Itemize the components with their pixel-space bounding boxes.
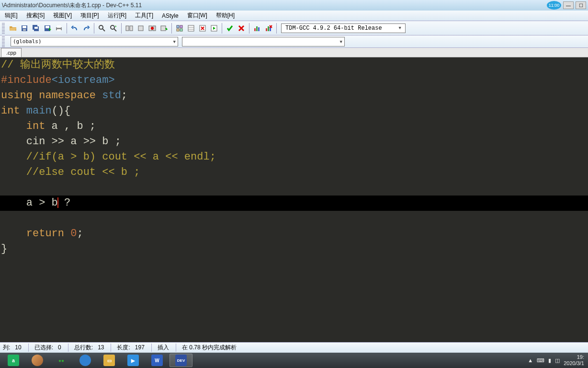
task-media[interactable]: ▶	[122, 354, 145, 367]
compile-run-button[interactable]	[147, 23, 158, 34]
menu-tools[interactable]: 工具[T]	[131, 11, 157, 21]
svg-point-13	[111, 25, 114, 29]
svg-rect-22	[177, 25, 179, 28]
task-browser[interactable]	[74, 354, 97, 367]
scope-selected-text: (globals)	[13, 38, 42, 45]
menubar: 辑[E] 搜索[S] 视图[V] 项目[P] 运行[R] 工具[T] AStyl…	[0, 11, 588, 21]
save-button[interactable]	[19, 23, 30, 34]
svg-line-12	[102, 29, 105, 31]
status-len-label: 长度:	[117, 344, 130, 351]
windows-taskbar: a ●● ▭ ▶ W DEV ▲ ⌨ ▮ ◫ 19: 2020/3/1	[0, 353, 588, 368]
replace-button[interactable]	[108, 23, 119, 34]
code-text: ?	[58, 197, 70, 209]
svg-rect-21	[161, 26, 166, 31]
chevron-down-icon: ▼	[173, 39, 176, 44]
code-kw: namespace	[39, 90, 96, 102]
close-issue-button[interactable]	[236, 23, 247, 34]
code-comment: // 输出两数中较大的数	[1, 59, 115, 71]
tray-up-icon[interactable]: ▲	[528, 357, 533, 363]
task-explorer[interactable]: ▭	[98, 354, 121, 367]
svg-rect-32	[256, 26, 258, 31]
maximize-button[interactable]: ☐	[576, 1, 586, 9]
undo-button[interactable]	[69, 23, 80, 34]
task-app-1[interactable]: a	[2, 354, 25, 367]
status-mode: 插入	[158, 344, 169, 351]
run-button[interactable]	[136, 23, 146, 34]
minimize-button[interactable]: —	[563, 1, 574, 9]
menu-run[interactable]: 运行[R]	[104, 11, 130, 21]
open-button[interactable]	[8, 23, 18, 34]
status-col-label: 列:	[3, 344, 10, 351]
svg-rect-24	[177, 29, 179, 31]
check-syntax-button[interactable]	[225, 23, 235, 34]
battery-icon[interactable]: ▮	[548, 357, 551, 364]
tray-time-text: 19:	[564, 354, 584, 360]
keyboard-icon[interactable]: ⌨	[537, 357, 544, 364]
tab-label: .cpp	[6, 50, 16, 56]
code-kw: return	[26, 228, 64, 240]
chevron-down-icon: ▼	[399, 26, 401, 31]
statusbar: 列: 10 已选择: 0 总行数: 13 长度: 197 插入 在 0.78 秒…	[0, 342, 588, 353]
status-parse: 在 0.78 秒内完成解析	[182, 344, 237, 351]
redo-button[interactable]	[81, 23, 91, 34]
save-as-button[interactable]	[42, 23, 53, 34]
menu-help[interactable]: 帮助[H]	[212, 11, 238, 21]
svg-rect-35	[268, 26, 269, 31]
svg-rect-15	[126, 26, 129, 31]
code-type: int	[26, 120, 45, 132]
debug-button[interactable]	[174, 23, 185, 34]
svg-rect-2	[23, 29, 26, 31]
compiler-select[interactable]: TDM-GCC 4.9.2 64-bit Release ▼	[281, 23, 406, 33]
menu-edit[interactable]: 辑[E]	[1, 11, 22, 21]
titlebar: \Administrator\Documents\未命名1.cpp - Dev-…	[0, 0, 588, 11]
tray-clock[interactable]: 19: 2020/3/1	[564, 354, 584, 367]
status-col-value: 10	[15, 344, 21, 351]
menu-astyle[interactable]: AStyle	[158, 12, 182, 20]
delete-profile-button[interactable]	[197, 23, 208, 34]
find-button[interactable]	[97, 23, 107, 34]
rebuild-button[interactable]	[158, 23, 169, 34]
text-cursor	[57, 197, 58, 208]
task-wps[interactable]: W	[146, 354, 169, 367]
toolbar-grip[interactable]	[2, 23, 5, 34]
profile-button[interactable]	[186, 23, 196, 34]
status-sel-label: 已选择:	[34, 344, 53, 351]
chart-button[interactable]	[252, 23, 262, 34]
toolbar-main: TDM-GCC 4.9.2 64-bit Release ▼	[0, 21, 588, 35]
chart-delete-button[interactable]	[263, 23, 274, 34]
code-text: }	[1, 243, 7, 255]
toolbar-grip-2[interactable]	[2, 36, 5, 47]
code-active-line: a > b ?	[0, 196, 588, 211]
status-len-value: 197	[135, 344, 145, 351]
svg-rect-34	[266, 28, 267, 31]
task-wechat[interactable]: ●●	[50, 354, 73, 367]
network-icon[interactable]: ◫	[555, 357, 560, 364]
code-kw: using	[1, 90, 33, 102]
scope-select[interactable]: (globals) ▼	[11, 37, 178, 46]
svg-point-11	[99, 25, 103, 29]
status-lines-value: 13	[98, 344, 104, 351]
menu-search[interactable]: 搜索[S]	[23, 11, 49, 21]
svg-rect-23	[180, 25, 182, 28]
menu-window[interactable]: 窗口[W]	[183, 11, 211, 21]
goto-button[interactable]	[209, 23, 219, 34]
member-select[interactable]: ▼	[182, 37, 345, 46]
menu-view[interactable]: 视图[V]	[49, 11, 76, 21]
print-button[interactable]	[54, 23, 64, 34]
toolbar-scope: (globals) ▼ ▼	[0, 35, 588, 48]
save-all-button[interactable]	[31, 23, 41, 34]
svg-rect-7	[45, 26, 49, 28]
tab-file-active[interactable]: .cpp	[1, 48, 22, 57]
system-tray[interactable]: ▲ ⌨ ▮ ◫ 19: 2020/3/1	[528, 354, 586, 367]
menu-project[interactable]: 项目[P]	[77, 11, 103, 21]
clock-badge-icon: 11:00	[547, 1, 561, 10]
code-type: int	[1, 105, 20, 117]
code-ns: std	[102, 90, 121, 102]
task-app-2[interactable]	[26, 354, 49, 367]
compile-button[interactable]	[124, 23, 135, 34]
task-devcpp[interactable]: DEV	[170, 354, 192, 367]
code-editor[interactable]: // 输出两数中较大的数 #include<iostream> using na…	[0, 58, 588, 342]
code-text: a > b	[1, 197, 58, 209]
code-include: <iostream>	[52, 74, 115, 86]
code-num: 0	[70, 228, 77, 240]
